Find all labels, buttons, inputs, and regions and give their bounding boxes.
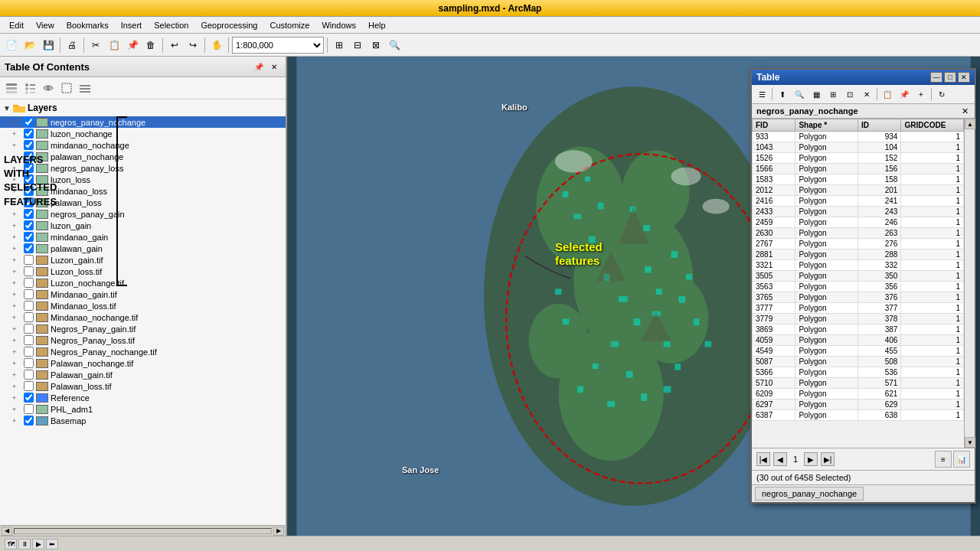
layer-expand[interactable]: + [12,268,21,276]
table-zoom-clear[interactable]: ⊡ [842,86,858,102]
layer-expand[interactable]: + [12,130,21,138]
status-icon-1[interactable]: 🗺 [5,539,17,549]
scroll-up-btn[interactable]: ▲ [965,119,975,129]
table-close-btn[interactable]: ✕ [958,72,970,83]
layer-expand[interactable]: + [12,394,21,402]
menu-customize[interactable]: Customize [263,19,315,31]
table-tab[interactable]: negros_panay_nochange [755,487,864,500]
layer-expand[interactable]: + [12,210,21,218]
layer-checkbox[interactable] [24,140,34,150]
layer-item[interactable]: + Mindanao_gain.tif [0,289,286,300]
status-icon-4[interactable]: ⬅ [46,539,58,549]
col-fid[interactable]: FID [753,119,795,132]
map-area[interactable]: Kalibo San Jose Maasim Lambunao Selected… [287,57,980,536]
table-row[interactable]: 933 Polygon 934 1 [753,132,964,142]
status-icon-2[interactable]: ⏸ [18,539,31,549]
save-button[interactable]: 💾 [40,37,57,54]
layer-item[interactable]: + Palawan_loss.tif [0,380,286,392]
col-gridcode[interactable]: GRIDCODE [901,119,964,132]
table-select-btn[interactable]: ▦ [808,86,824,102]
table-minimize-btn[interactable]: — [930,72,942,83]
layer-checkbox[interactable] [24,129,34,139]
layer-expand[interactable]: + [12,360,21,367]
layer-expand[interactable]: + [12,291,21,298]
layer-checkbox[interactable] [24,220,34,230]
layer-checkbox[interactable] [24,404,34,414]
layer-item[interactable]: + luzon_nochange [0,128,286,139]
layer-checkbox[interactable] [24,312,34,322]
copy-button[interactable]: 📋 [106,37,122,54]
table-options-btn[interactable]: ☰ [754,86,769,102]
nav-first-btn[interactable]: |◀ [756,452,770,466]
layers-expand[interactable]: ▼ [3,104,11,112]
h-scrollbar-track[interactable] [14,528,272,534]
menu-windows[interactable]: Windows [315,19,362,31]
new-button[interactable]: 📄 [3,37,20,54]
paste-button[interactable]: 📌 [124,37,141,54]
toc-close-button[interactable]: ✕ [267,60,281,73]
status-icon-3[interactable]: ▶ [32,539,44,549]
table-layer-close[interactable]: ✕ [959,106,970,116]
layer-checkbox[interactable] [24,117,34,127]
table-paste-btn[interactable]: 📌 [897,86,912,102]
layer-checkbox[interactable] [24,393,34,403]
scroll-left-btn[interactable]: ◀ [2,527,12,536]
layer-item[interactable]: + mindanao_gain [0,231,286,243]
pan-button[interactable]: ✋ [208,37,225,54]
layer-checkbox[interactable] [24,370,34,380]
menu-help[interactable]: Help [362,19,392,31]
layer-item[interactable]: + PHL_adm1 [0,403,286,415]
cut-button[interactable]: ✂ [87,37,104,54]
col-shape[interactable]: Shape * [795,119,858,132]
layer-expand[interactable]: + [12,417,21,425]
toc-list-by-selection[interactable] [58,80,75,96]
layer-checkbox[interactable] [24,255,34,265]
layer-expand[interactable]: + [12,302,21,310]
toc-bottom-scroll[interactable]: ◀ ▶ [0,525,286,536]
layer-expand[interactable]: + [12,325,21,333]
table-add-field[interactable]: + [913,86,929,102]
layer-item[interactable]: + negros_panay_gain [0,208,286,220]
layer-checkbox[interactable] [24,301,34,311]
table-row[interactable]: 3777 Polygon 377 1 [753,303,964,314]
layer-checkbox[interactable] [24,243,34,253]
table-row[interactable]: 2459 Polygon 246 1 [753,217,964,228]
table-row[interactable]: 6209 Polygon 621 1 [753,389,964,399]
layer-item[interactable]: + Reference [0,392,286,403]
layer-expand[interactable]: + [12,348,21,356]
table-row[interactable]: 1583 Polygon 158 1 [753,174,964,185]
table-row[interactable]: 2012 Polygon 201 1 [753,185,964,196]
nav-next-btn[interactable]: ▶ [804,452,818,466]
layer-item[interactable]: + mindanao_nochange [0,139,286,151]
layer-expand[interactable]: + [12,279,21,287]
table-row[interactable]: 5087 Polygon 508 1 [753,357,964,367]
table-sort-asc[interactable]: ⬆ [775,86,790,102]
scroll-down-btn[interactable]: ▼ [965,437,975,448]
layer-checkbox[interactable] [24,232,34,242]
layer-expand[interactable]: + [12,119,21,126]
table-delete-btn[interactable]: ✕ [859,86,874,102]
table-row[interactable]: 5710 Polygon 571 1 [753,378,964,389]
layer-expand[interactable]: + [12,337,21,344]
layer-item[interactable]: + Mindanao_loss.tif [0,300,286,311]
layer-item[interactable]: + Luzon_gain.tif [0,254,286,266]
table-row[interactable]: 6297 Polygon 629 1 [753,399,964,410]
redo-button[interactable]: ↪ [185,37,201,54]
layer-checkbox[interactable] [24,289,34,299]
layer-item[interactable]: + Negros_Panay_nochange.tif [0,346,286,357]
layer-item[interactable]: + palawan_gain [0,243,286,254]
table-row[interactable]: 3869 Polygon 387 1 [753,324,964,335]
table-row[interactable]: 3505 Polygon 350 1 [753,271,964,282]
table-view-report[interactable]: 📊 [953,451,970,468]
table-row[interactable]: 6387 Polygon 638 1 [753,410,964,421]
layer-checkbox[interactable] [24,278,34,288]
identify-tool[interactable]: 🔍 [386,37,403,54]
layer-item[interactable]: + Luzon_loss.tif [0,266,286,277]
layer-expand[interactable]: + [12,256,21,264]
layer-checkbox[interactable] [24,381,34,391]
layer-expand[interactable]: + [12,314,21,321]
layer-checkbox[interactable] [24,209,34,219]
table-row[interactable]: 2433 Polygon 243 1 [753,207,964,217]
toc-pin-button[interactable]: 📌 [252,60,266,73]
scrollbar-thumb[interactable] [965,129,975,437]
